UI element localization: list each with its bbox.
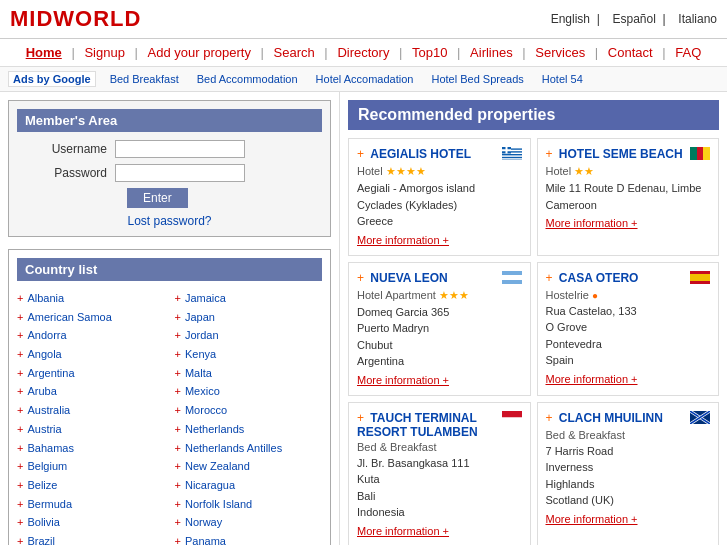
star-rating: ★★ — [574, 165, 594, 177]
country-link[interactable]: Austria — [17, 420, 165, 439]
ad-link-3[interactable]: Hotel Accomadation — [316, 73, 414, 85]
country-link[interactable]: Morocco — [175, 401, 323, 420]
flag-icon — [502, 411, 522, 424]
ad-link-2[interactable]: Bed Accommodation — [197, 73, 298, 85]
nav-bar: Home | Signup | Add your property | Sear… — [0, 39, 727, 67]
nav-home[interactable]: Home — [26, 45, 62, 60]
property-title[interactable]: CLACH MHUILINN — [559, 411, 663, 425]
country-link[interactable]: Bermuda — [17, 495, 165, 514]
more-info-link[interactable]: More information + — [357, 525, 449, 537]
lang-italiano[interactable]: Italiano — [678, 12, 717, 26]
country-link[interactable]: Australia — [17, 401, 165, 420]
country-link[interactable]: Kenya — [175, 345, 323, 364]
flag-icon — [502, 147, 522, 160]
lang-english[interactable]: English — [551, 12, 590, 26]
header: MIDWORLD English | Español | Italiano — [0, 0, 727, 39]
property-address: Spain — [546, 352, 711, 369]
country-link[interactable]: Netherlands Antilles — [175, 439, 323, 458]
nav-airlines[interactable]: Airlines — [470, 45, 513, 60]
property-address: Bali — [357, 488, 522, 505]
property-header: + NUEVA LEON — [357, 271, 522, 287]
property-flag — [502, 147, 522, 163]
property-card: + TAUCH TERMINAL RESORT TULAMBEN Bed & B… — [348, 402, 531, 546]
property-flag — [690, 411, 710, 427]
password-label: Password — [37, 166, 107, 180]
star-rating: ★★★★ — [386, 165, 426, 177]
nav-services[interactable]: Services — [535, 45, 585, 60]
password-input[interactable] — [115, 164, 245, 182]
property-flag — [690, 271, 710, 287]
more-info-link[interactable]: More information + — [546, 513, 638, 525]
property-address: Pontevedra — [546, 336, 711, 353]
right-panel: Recommended properties + AEGIALIS HOTEL … — [340, 92, 727, 545]
property-address: Kuta — [357, 471, 522, 488]
country-link[interactable]: Japan — [175, 308, 323, 327]
nav-contact[interactable]: Contact — [608, 45, 653, 60]
country-link[interactable]: Albania — [17, 289, 165, 308]
property-address: Cameroon — [546, 197, 711, 214]
nav-top10[interactable]: Top10 — [412, 45, 447, 60]
country-link[interactable]: Bolivia — [17, 513, 165, 532]
ad-link-1[interactable]: Bed Breakfast — [110, 73, 179, 85]
bullet-icon: + — [546, 411, 553, 425]
property-type: Hotel Apartment ★★★ — [357, 289, 522, 302]
property-title[interactable]: HOTEL SEME BEACH — [559, 147, 683, 161]
country-link[interactable]: Belize — [17, 476, 165, 495]
property-address: Puerto Madryn — [357, 320, 522, 337]
country-link[interactable]: Bahamas — [17, 439, 165, 458]
country-link[interactable]: Brazil — [17, 532, 165, 545]
property-address: Cyclades (Kyklades) — [357, 197, 522, 214]
country-link[interactable]: Belgium — [17, 457, 165, 476]
country-link[interactable]: Mexico — [175, 382, 323, 401]
property-address-block: Aegiali - Amorgos islandCyclades (Kyklad… — [357, 180, 522, 230]
more-info-link[interactable]: More information + — [357, 374, 449, 386]
svg-rect-5 — [502, 158, 522, 159]
property-address: Aegiali - Amorgos island — [357, 180, 522, 197]
property-address: Inverness — [546, 459, 711, 476]
more-info-link[interactable]: More information + — [546, 217, 638, 229]
svg-rect-14 — [502, 280, 522, 284]
property-header: + CLACH MHUILINN — [546, 411, 711, 427]
country-link[interactable]: Malta — [175, 364, 323, 383]
country-link[interactable]: Angola — [17, 345, 165, 364]
property-type: Hostelrie ● — [546, 289, 711, 301]
country-link[interactable]: Jordan — [175, 326, 323, 345]
property-card: + CASA OTERO Hostelrie ● Rua Castelao, 1… — [537, 262, 720, 396]
property-title[interactable]: AEGIALIS HOTEL — [370, 147, 471, 161]
property-title[interactable]: CASA OTERO — [559, 271, 639, 285]
more-info-link[interactable]: More information + — [546, 373, 638, 385]
property-address: Argentina — [357, 353, 522, 370]
nav-faq[interactable]: FAQ — [675, 45, 701, 60]
country-link[interactable]: American Samoa — [17, 308, 165, 327]
country-link[interactable]: Nicaragua — [175, 476, 323, 495]
recommended-title: Recommended properties — [348, 100, 719, 130]
nav-search[interactable]: Search — [274, 45, 315, 60]
country-link[interactable]: Norway — [175, 513, 323, 532]
ad-link-4[interactable]: Hotel Bed Spreads — [431, 73, 523, 85]
property-card: + CLACH MHUILINN Bed & Breakfast 7 Harri… — [537, 402, 720, 546]
country-link[interactable]: Norfolk Island — [175, 495, 323, 514]
nav-signup[interactable]: Signup — [84, 45, 124, 60]
property-title[interactable]: TAUCH TERMINAL RESORT TULAMBEN — [357, 411, 478, 439]
property-title[interactable]: NUEVA LEON — [370, 271, 447, 285]
nav-add-property[interactable]: Add your property — [148, 45, 251, 60]
lang-espanol[interactable]: Español — [612, 12, 655, 26]
country-link[interactable]: Andorra — [17, 326, 165, 345]
property-address: Rua Castelao, 133 — [546, 303, 711, 320]
country-link[interactable]: Panama — [175, 532, 323, 545]
ad-link-5[interactable]: Hotel 54 — [542, 73, 583, 85]
country-link[interactable]: Jamaica — [175, 289, 323, 308]
property-address: Domeq Garcia 365 — [357, 304, 522, 321]
svg-rect-10 — [697, 147, 703, 160]
country-link[interactable]: Aruba — [17, 382, 165, 401]
nav-directory[interactable]: Directory — [337, 45, 389, 60]
property-flag — [502, 411, 522, 427]
country-link[interactable]: Argentina — [17, 364, 165, 383]
enter-button[interactable]: Enter — [127, 188, 188, 208]
lost-password-link[interactable]: Lost password? — [17, 214, 322, 228]
username-input[interactable] — [115, 140, 245, 158]
property-address-block: Mile 11 Route D Edenau, LimbeCameroon — [546, 180, 711, 213]
country-link[interactable]: New Zealand — [175, 457, 323, 476]
more-info-link[interactable]: More information + — [357, 234, 449, 246]
country-link[interactable]: Netherlands — [175, 420, 323, 439]
